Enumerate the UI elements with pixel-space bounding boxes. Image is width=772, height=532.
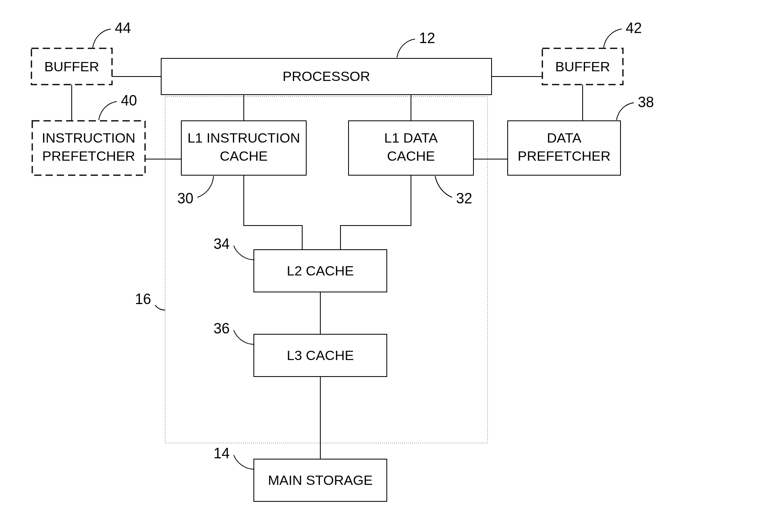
ref-34: 34 (214, 236, 230, 252)
ref-40: 40 (121, 92, 137, 109)
leader-34 (234, 246, 254, 260)
ref-42: 42 (626, 20, 642, 36)
architecture-diagram: PROCESSOR BUFFER BUFFER INSTRUCTION PREF… (0, 0, 772, 532)
ref-36: 36 (214, 320, 230, 337)
leader-12 (397, 39, 415, 58)
conn-l1i-l2 (244, 175, 302, 250)
l1i-label-1: L1 INSTRUCTION (187, 130, 300, 145)
ref-14: 14 (214, 445, 230, 462)
l1d-label-2: CACHE (387, 148, 435, 164)
buffer-right-label: BUFFER (555, 59, 610, 74)
ref-32: 32 (456, 190, 472, 207)
ref-30: 30 (177, 190, 193, 207)
processor-label: PROCESSOR (282, 68, 370, 84)
leader-30 (197, 176, 214, 197)
instruction-prefetcher-label-2: PREFETCHER (42, 148, 135, 164)
data-prefetcher-label-2: PREFETCHER (518, 148, 610, 164)
leader-40 (99, 101, 117, 120)
l2-label: L2 CACHE (287, 263, 354, 278)
leader-16 (155, 305, 165, 310)
conn-l1d-l2 (340, 175, 411, 250)
leader-38 (616, 103, 634, 120)
buffer-left-label: BUFFER (44, 59, 99, 74)
l1d-label-1: L1 DATA (384, 130, 438, 145)
main-storage-label: MAIN STORAGE (268, 472, 373, 488)
ref-16: 16 (135, 291, 151, 307)
l3-label: L3 CACHE (287, 348, 354, 363)
data-prefetcher-label-1: DATA (547, 130, 581, 145)
leader-36 (234, 330, 254, 344)
leader-42 (604, 29, 622, 48)
ref-12: 12 (419, 30, 435, 46)
leader-14 (234, 455, 254, 469)
ref-38: 38 (638, 94, 654, 110)
ref-44: 44 (115, 20, 131, 36)
instruction-prefetcher-label-1: INSTRUCTION (42, 130, 135, 145)
leader-44 (93, 29, 111, 48)
leader-32 (435, 176, 452, 197)
l1i-label-2: CACHE (220, 148, 268, 164)
